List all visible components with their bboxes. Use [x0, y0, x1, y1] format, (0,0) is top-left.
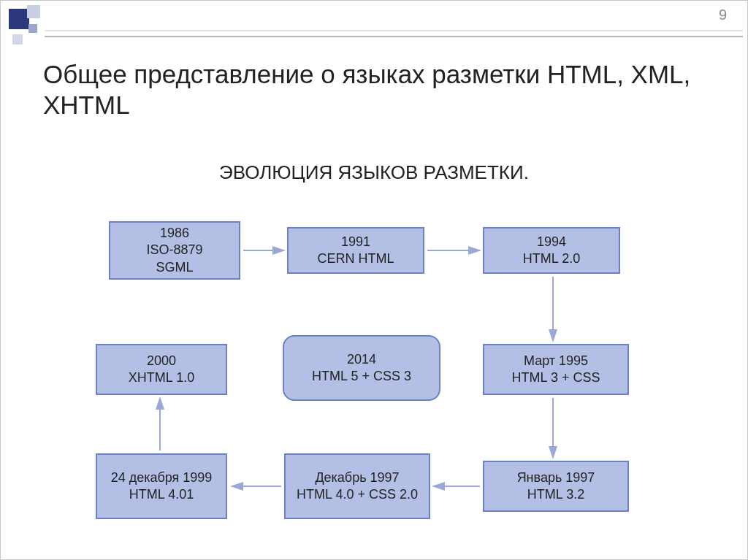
square-icon [27, 5, 40, 18]
node-sgml: 1986ISO-8879SGML [109, 221, 240, 280]
page-number: 9 [719, 7, 727, 23]
node-html5-css3: 2014HTML 5 + CSS 3 [283, 335, 440, 401]
header-divider [45, 30, 743, 37]
slide-subtitle: ЭВОЛЮЦИЯ ЯЗЫКОВ РАЗМЕТКИ. [1, 161, 747, 184]
node-html32: Январь 1997HTML 3.2 [483, 461, 629, 512]
node-html20: 1994HTML 2.0 [483, 227, 620, 274]
square-icon [12, 34, 23, 45]
slide-title: Общее представление о языках разметки HT… [43, 59, 711, 120]
node-cern-html: 1991CERN HTML [287, 227, 424, 274]
node-html3-css: Март 1995HTML 3 + CSS [483, 344, 629, 395]
corner-decoration [5, 5, 46, 46]
square-icon [28, 24, 37, 33]
slide: 9 Общее представление о языках разметки … [0, 0, 748, 560]
square-icon [9, 9, 29, 29]
node-xhtml10: 2000XHTML 1.0 [96, 344, 227, 395]
node-html40-css20: Декабрь 1997HTML 4.0 + CSS 2.0 [284, 453, 430, 519]
node-html401: 24 декабря 1999HTML 4.01 [96, 453, 227, 519]
